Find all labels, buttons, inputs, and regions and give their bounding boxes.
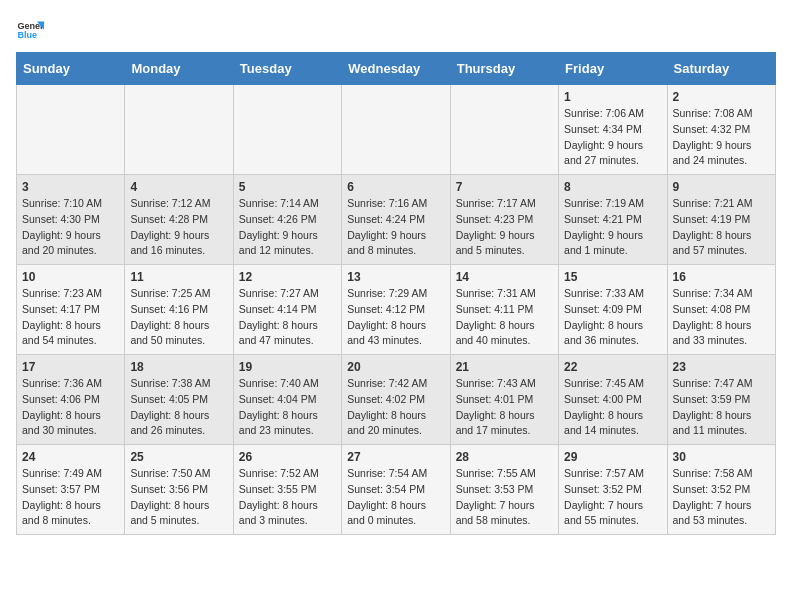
header-cell-tuesday: Tuesday <box>233 53 341 85</box>
calendar-cell: 8Sunrise: 7:19 AM Sunset: 4:21 PM Daylig… <box>559 175 667 265</box>
day-number: 10 <box>22 270 119 284</box>
calendar-cell: 15Sunrise: 7:33 AM Sunset: 4:09 PM Dayli… <box>559 265 667 355</box>
calendar-cell: 25Sunrise: 7:50 AM Sunset: 3:56 PM Dayli… <box>125 445 233 535</box>
calendar-cell: 17Sunrise: 7:36 AM Sunset: 4:06 PM Dayli… <box>17 355 125 445</box>
day-info: Sunrise: 7:06 AM Sunset: 4:34 PM Dayligh… <box>564 106 661 169</box>
calendar-cell: 5Sunrise: 7:14 AM Sunset: 4:26 PM Daylig… <box>233 175 341 265</box>
day-info: Sunrise: 7:14 AM Sunset: 4:26 PM Dayligh… <box>239 196 336 259</box>
day-number: 7 <box>456 180 553 194</box>
calendar-cell: 10Sunrise: 7:23 AM Sunset: 4:17 PM Dayli… <box>17 265 125 355</box>
calendar-cell: 7Sunrise: 7:17 AM Sunset: 4:23 PM Daylig… <box>450 175 558 265</box>
logo-icon: General Blue <box>16 16 44 44</box>
day-info: Sunrise: 7:43 AM Sunset: 4:01 PM Dayligh… <box>456 376 553 439</box>
calendar-cell: 24Sunrise: 7:49 AM Sunset: 3:57 PM Dayli… <box>17 445 125 535</box>
header-cell-sunday: Sunday <box>17 53 125 85</box>
calendar-week-row: 10Sunrise: 7:23 AM Sunset: 4:17 PM Dayli… <box>17 265 776 355</box>
day-number: 29 <box>564 450 661 464</box>
calendar-cell: 14Sunrise: 7:31 AM Sunset: 4:11 PM Dayli… <box>450 265 558 355</box>
calendar-cell: 9Sunrise: 7:21 AM Sunset: 4:19 PM Daylig… <box>667 175 775 265</box>
calendar-week-row: 24Sunrise: 7:49 AM Sunset: 3:57 PM Dayli… <box>17 445 776 535</box>
day-number: 21 <box>456 360 553 374</box>
calendar-cell <box>450 85 558 175</box>
day-info: Sunrise: 7:42 AM Sunset: 4:02 PM Dayligh… <box>347 376 444 439</box>
day-info: Sunrise: 7:25 AM Sunset: 4:16 PM Dayligh… <box>130 286 227 349</box>
day-info: Sunrise: 7:55 AM Sunset: 3:53 PM Dayligh… <box>456 466 553 529</box>
day-number: 24 <box>22 450 119 464</box>
day-number: 30 <box>673 450 770 464</box>
day-info: Sunrise: 7:38 AM Sunset: 4:05 PM Dayligh… <box>130 376 227 439</box>
day-number: 5 <box>239 180 336 194</box>
day-info: Sunrise: 7:58 AM Sunset: 3:52 PM Dayligh… <box>673 466 770 529</box>
day-info: Sunrise: 7:54 AM Sunset: 3:54 PM Dayligh… <box>347 466 444 529</box>
calendar-cell: 3Sunrise: 7:10 AM Sunset: 4:30 PM Daylig… <box>17 175 125 265</box>
day-number: 20 <box>347 360 444 374</box>
calendar-cell: 26Sunrise: 7:52 AM Sunset: 3:55 PM Dayli… <box>233 445 341 535</box>
calendar-cell: 22Sunrise: 7:45 AM Sunset: 4:00 PM Dayli… <box>559 355 667 445</box>
calendar-cell: 19Sunrise: 7:40 AM Sunset: 4:04 PM Dayli… <box>233 355 341 445</box>
calendar-cell: 23Sunrise: 7:47 AM Sunset: 3:59 PM Dayli… <box>667 355 775 445</box>
day-info: Sunrise: 7:31 AM Sunset: 4:11 PM Dayligh… <box>456 286 553 349</box>
day-info: Sunrise: 7:36 AM Sunset: 4:06 PM Dayligh… <box>22 376 119 439</box>
header: General Blue <box>16 16 776 44</box>
day-info: Sunrise: 7:21 AM Sunset: 4:19 PM Dayligh… <box>673 196 770 259</box>
calendar-cell: 6Sunrise: 7:16 AM Sunset: 4:24 PM Daylig… <box>342 175 450 265</box>
day-info: Sunrise: 7:12 AM Sunset: 4:28 PM Dayligh… <box>130 196 227 259</box>
day-info: Sunrise: 7:34 AM Sunset: 4:08 PM Dayligh… <box>673 286 770 349</box>
calendar-table: SundayMondayTuesdayWednesdayThursdayFrid… <box>16 52 776 535</box>
day-number: 16 <box>673 270 770 284</box>
header-cell-friday: Friday <box>559 53 667 85</box>
day-info: Sunrise: 7:45 AM Sunset: 4:00 PM Dayligh… <box>564 376 661 439</box>
day-number: 11 <box>130 270 227 284</box>
calendar-cell: 21Sunrise: 7:43 AM Sunset: 4:01 PM Dayli… <box>450 355 558 445</box>
day-info: Sunrise: 7:17 AM Sunset: 4:23 PM Dayligh… <box>456 196 553 259</box>
day-number: 15 <box>564 270 661 284</box>
calendar-cell: 13Sunrise: 7:29 AM Sunset: 4:12 PM Dayli… <box>342 265 450 355</box>
calendar-cell: 30Sunrise: 7:58 AM Sunset: 3:52 PM Dayli… <box>667 445 775 535</box>
calendar-cell <box>17 85 125 175</box>
day-number: 9 <box>673 180 770 194</box>
calendar-cell: 18Sunrise: 7:38 AM Sunset: 4:05 PM Dayli… <box>125 355 233 445</box>
day-number: 23 <box>673 360 770 374</box>
day-number: 18 <box>130 360 227 374</box>
day-number: 19 <box>239 360 336 374</box>
day-info: Sunrise: 7:47 AM Sunset: 3:59 PM Dayligh… <box>673 376 770 439</box>
day-number: 3 <box>22 180 119 194</box>
day-info: Sunrise: 7:10 AM Sunset: 4:30 PM Dayligh… <box>22 196 119 259</box>
day-number: 28 <box>456 450 553 464</box>
calendar-cell: 11Sunrise: 7:25 AM Sunset: 4:16 PM Dayli… <box>125 265 233 355</box>
day-info: Sunrise: 7:57 AM Sunset: 3:52 PM Dayligh… <box>564 466 661 529</box>
day-number: 1 <box>564 90 661 104</box>
calendar-week-row: 3Sunrise: 7:10 AM Sunset: 4:30 PM Daylig… <box>17 175 776 265</box>
day-number: 2 <box>673 90 770 104</box>
day-number: 13 <box>347 270 444 284</box>
day-number: 17 <box>22 360 119 374</box>
day-number: 25 <box>130 450 227 464</box>
calendar-cell: 29Sunrise: 7:57 AM Sunset: 3:52 PM Dayli… <box>559 445 667 535</box>
calendar-header-row: SundayMondayTuesdayWednesdayThursdayFrid… <box>17 53 776 85</box>
calendar-body: 1Sunrise: 7:06 AM Sunset: 4:34 PM Daylig… <box>17 85 776 535</box>
day-number: 4 <box>130 180 227 194</box>
svg-text:Blue: Blue <box>17 30 37 40</box>
calendar-cell: 27Sunrise: 7:54 AM Sunset: 3:54 PM Dayli… <box>342 445 450 535</box>
day-number: 8 <box>564 180 661 194</box>
calendar-cell: 28Sunrise: 7:55 AM Sunset: 3:53 PM Dayli… <box>450 445 558 535</box>
calendar-cell: 1Sunrise: 7:06 AM Sunset: 4:34 PM Daylig… <box>559 85 667 175</box>
header-cell-saturday: Saturday <box>667 53 775 85</box>
calendar-cell <box>125 85 233 175</box>
day-info: Sunrise: 7:08 AM Sunset: 4:32 PM Dayligh… <box>673 106 770 169</box>
header-cell-thursday: Thursday <box>450 53 558 85</box>
day-info: Sunrise: 7:50 AM Sunset: 3:56 PM Dayligh… <box>130 466 227 529</box>
day-info: Sunrise: 7:19 AM Sunset: 4:21 PM Dayligh… <box>564 196 661 259</box>
day-info: Sunrise: 7:23 AM Sunset: 4:17 PM Dayligh… <box>22 286 119 349</box>
day-number: 26 <box>239 450 336 464</box>
header-cell-monday: Monday <box>125 53 233 85</box>
calendar-cell <box>342 85 450 175</box>
day-info: Sunrise: 7:33 AM Sunset: 4:09 PM Dayligh… <box>564 286 661 349</box>
logo: General Blue <box>16 16 48 44</box>
day-info: Sunrise: 7:49 AM Sunset: 3:57 PM Dayligh… <box>22 466 119 529</box>
day-number: 14 <box>456 270 553 284</box>
calendar-cell: 2Sunrise: 7:08 AM Sunset: 4:32 PM Daylig… <box>667 85 775 175</box>
calendar-week-row: 17Sunrise: 7:36 AM Sunset: 4:06 PM Dayli… <box>17 355 776 445</box>
day-info: Sunrise: 7:27 AM Sunset: 4:14 PM Dayligh… <box>239 286 336 349</box>
calendar-cell: 4Sunrise: 7:12 AM Sunset: 4:28 PM Daylig… <box>125 175 233 265</box>
